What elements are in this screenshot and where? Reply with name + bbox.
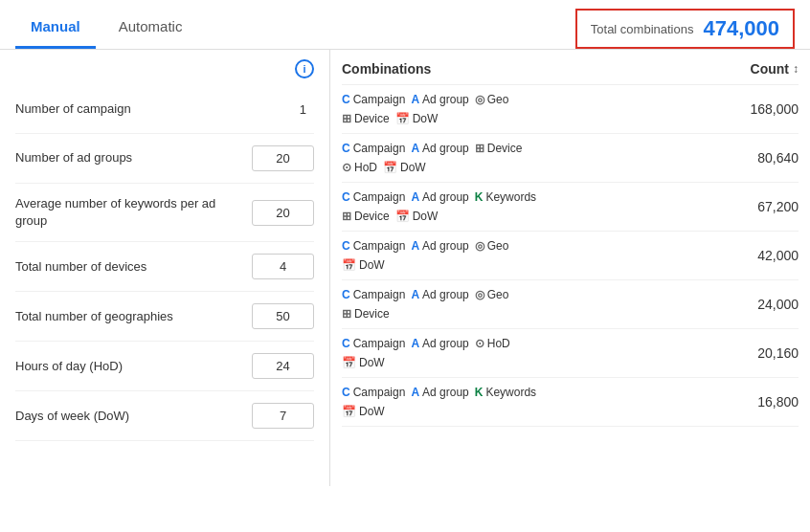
combo-count-2: 67,200 (731, 199, 799, 214)
form-label-4: Total number of geographies (15, 308, 173, 325)
tag-text-4-2: Geo (487, 288, 509, 301)
tag-text-1-2: Device (487, 142, 523, 155)
tag-0-3: ⊞Device (342, 112, 390, 125)
tag-0-0: CCampaign (342, 93, 405, 106)
tag-icon-2-1: A (411, 190, 419, 204)
form-input-2[interactable] (252, 200, 314, 226)
combo-row-3: CCampaignAAd group◎Geo📅DoW42,000 (342, 232, 799, 280)
tag-text-0-4: DoW (413, 112, 439, 125)
tag-text-0-2: Geo (487, 93, 509, 106)
tag-icon-0-4: 📅 (395, 112, 410, 125)
tab-manual[interactable]: Manual (15, 7, 96, 49)
tag-text-3-0: Campaign (353, 239, 406, 253)
form-row-1: Number of ad groups (15, 134, 314, 184)
tag-2-4: 📅DoW (395, 210, 439, 223)
tag-0-1: AAd group (411, 93, 468, 106)
form-input-3[interactable] (252, 254, 314, 279)
tag-1-2: ⊞Device (475, 142, 523, 155)
tabs-bar: Manual Automatic Total combinations 474,… (0, 0, 810, 50)
tag-0-2: ◎Geo (475, 93, 509, 106)
combo-rows-container: CCampaignAAd group◎Geo⊞Device📅DoW168,000… (342, 85, 799, 427)
tag-icon-5-3: 📅 (342, 356, 356, 369)
tag-4-1: AAd group (411, 288, 468, 301)
tag-icon-0-1: A (411, 93, 419, 106)
form-label-5: Hours of day (HoD) (15, 358, 123, 375)
form-label-0: Number of campaign (15, 100, 131, 118)
form-row-3: Total number of devices (15, 242, 314, 292)
form-input-0[interactable] (252, 98, 314, 122)
tag-icon-5-1: A (411, 337, 419, 350)
tag-text-3-1: Ad group (422, 239, 469, 253)
total-combinations-value: 474,000 (703, 16, 779, 41)
form-input-6[interactable] (252, 403, 314, 429)
combo-tags-5: CCampaignAAd group⊙HoD📅DoW (342, 337, 731, 369)
tag-text-5-2: HoD (487, 337, 510, 350)
combo-tags-0: CCampaignAAd group◎Geo⊞Device📅DoW (342, 93, 731, 125)
tag-text-0-3: Device (354, 112, 390, 125)
tag-icon-1-2: ⊞ (475, 142, 484, 155)
tag-icon-0-0: C (342, 93, 350, 106)
tag-1-0: CCampaign (342, 142, 405, 155)
tag-6-0: CCampaign (342, 386, 405, 399)
tag-text-2-3: Device (354, 210, 390, 223)
tag-text-3-2: Geo (487, 239, 509, 253)
tag-5-1: AAd group (411, 337, 468, 350)
form-row-5: Hours of day (HoD) (15, 342, 314, 391)
tag-text-2-4: DoW (413, 210, 439, 223)
tag-icon-4-0: C (342, 288, 350, 301)
form-row-6: Days of week (DoW) (15, 391, 314, 441)
tag-icon-6-3: 📅 (342, 405, 356, 418)
form-rows-container: Number of campaignNumber of ad groupsAve… (15, 86, 314, 441)
form-input-1[interactable] (252, 145, 314, 171)
tag-text-5-1: Ad group (422, 337, 469, 350)
left-panel: i Number of campaignNumber of ad groupsA… (0, 50, 330, 486)
combo-count-0: 168,000 (731, 101, 799, 117)
tag-icon-1-4: 📅 (383, 161, 397, 174)
tag-icon-1-3: ⊙ (342, 161, 351, 174)
tag-icon-3-0: C (342, 239, 350, 253)
form-input-5[interactable] (252, 353, 314, 379)
combo-tags-3: CCampaignAAd group◎Geo📅DoW (342, 239, 731, 272)
combo-count-1: 80,640 (731, 150, 799, 166)
tag-text-1-0: Campaign (353, 142, 406, 155)
tag-text-4-0: Campaign (353, 288, 406, 301)
total-combinations-box: Total combinations 474,000 (575, 9, 795, 49)
combo-count-4: 24,000 (731, 297, 799, 312)
combo-row-4: CCampaignAAd group◎Geo⊞Device24,000 (342, 280, 799, 329)
tag-2-2: KKeywords (475, 190, 536, 204)
right-panel: Combinations Count ↕ CCampaignAAd group◎… (330, 50, 810, 486)
combo-tags-4: CCampaignAAd group◎Geo⊞Device (342, 288, 731, 321)
combo-count-3: 42,000 (731, 248, 799, 263)
tag-icon-4-2: ◎ (475, 288, 484, 301)
tag-text-6-0: Campaign (353, 386, 406, 399)
total-combinations-label: Total combinations (591, 22, 694, 36)
tab-automatic[interactable]: Automatic (103, 7, 198, 49)
tag-text-1-4: DoW (400, 161, 426, 174)
tag-icon-2-3: ⊞ (342, 210, 351, 223)
form-row-2: Average number of keywords per ad group (15, 184, 314, 242)
tag-4-3: ⊞Device (342, 307, 390, 321)
sort-icon[interactable]: ↕ (793, 62, 799, 76)
main-layout: i Number of campaignNumber of ad groupsA… (0, 50, 810, 486)
tag-5-0: CCampaign (342, 337, 405, 350)
combo-count-6: 16,800 (731, 394, 799, 410)
tag-text-6-2: Keywords (485, 386, 536, 399)
tag-icon-1-0: C (342, 142, 350, 155)
tag-text-4-3: Device (354, 307, 390, 321)
tag-icon-4-3: ⊞ (342, 307, 351, 321)
tag-text-1-1: Ad group (422, 142, 469, 155)
tag-2-1: AAd group (411, 190, 468, 204)
form-input-4[interactable] (252, 303, 314, 329)
tag-icon-2-2: K (475, 190, 484, 204)
tag-text-2-2: Keywords (485, 190, 536, 204)
tag-5-3: 📅DoW (342, 356, 385, 369)
form-row-0: Number of campaign (15, 86, 314, 134)
tag-text-0-1: Ad group (422, 93, 469, 106)
combo-tags-6: CCampaignAAd groupKKeywords📅DoW (342, 386, 731, 418)
tag-text-6-3: DoW (359, 405, 385, 418)
info-icon[interactable]: i (295, 59, 314, 78)
tag-icon-6-0: C (342, 386, 350, 399)
combo-row-2: CCampaignAAd groupKKeywords⊞Device📅DoW67… (342, 183, 799, 232)
tag-text-1-3: HoD (354, 161, 377, 174)
info-icon-row: i (15, 59, 314, 86)
